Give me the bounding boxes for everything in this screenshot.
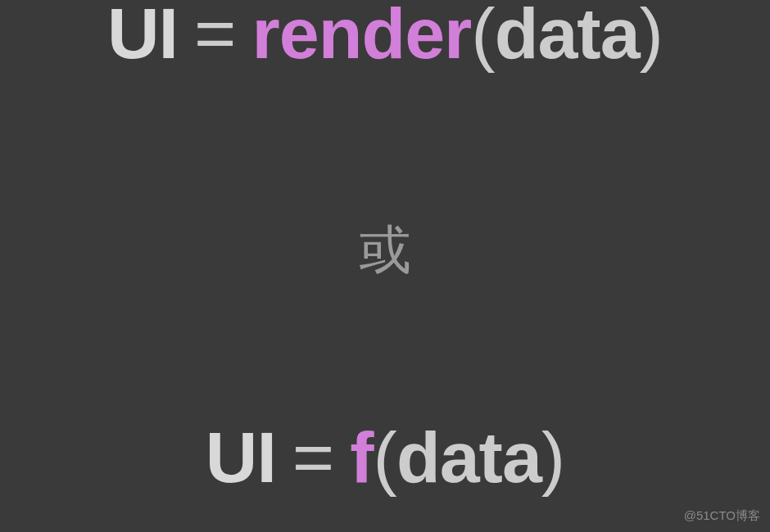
token-ui: UI [107, 0, 178, 75]
equation-render: UI = render ( data ) [107, 0, 663, 75]
token-paren-open: ( [374, 416, 396, 499]
token-function-render: render [251, 0, 471, 75]
token-paren-close: ) [640, 0, 663, 75]
token-argument-data: data [495, 0, 640, 75]
token-paren-open: ( [471, 0, 494, 75]
token-function-f: f [350, 416, 373, 499]
token-paren-close: ) [541, 416, 564, 499]
token-equals: = [292, 416, 333, 499]
equation-f: UI = f ( data ) [206, 416, 564, 499]
token-ui: UI [206, 416, 276, 499]
token-equals: = [194, 0, 235, 75]
watermark-label: @51CTO博客 [684, 508, 760, 524]
separator-or: 或 [359, 214, 411, 286]
token-argument-data: data [396, 416, 541, 499]
